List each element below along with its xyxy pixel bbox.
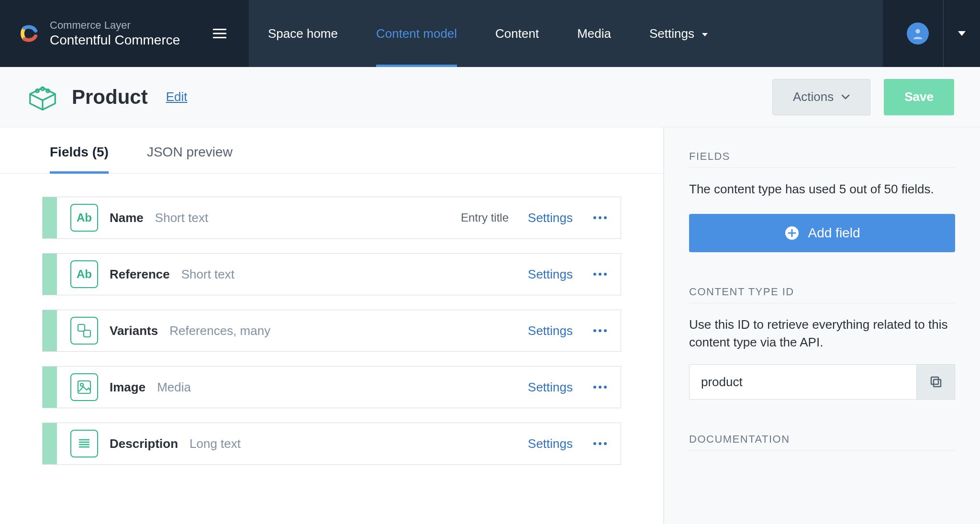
svg-point-16 [80,383,83,386]
svg-rect-11 [84,330,90,337]
account-menu-caret-icon[interactable] [958,31,966,36]
field-type: Media [157,380,191,395]
long-text-icon [70,430,98,457]
space-name: Contentful Commerce [50,32,180,48]
nav-content[interactable]: Content [476,0,558,67]
short-text-icon: Ab [70,260,98,288]
field-more-icon[interactable] [589,385,611,389]
field-more-icon[interactable] [589,329,611,333]
content-type-header: Product Edit Actions Save [0,67,980,127]
field-settings-link[interactable]: Settings [528,323,573,338]
svg-point-5 [599,216,601,219]
documentation-section-label: DOCUMENTATION [689,433,955,451]
svg-point-8 [599,273,601,276]
svg-point-12 [593,329,596,332]
drag-handle[interactable] [43,310,57,351]
divider [943,0,944,67]
plus-circle-icon [784,225,800,241]
primary-nav: Space home Content model Content Media S… [249,0,883,67]
copy-id-button[interactable] [917,364,955,400]
field-settings-link[interactable]: Settings [528,380,573,395]
add-field-button[interactable]: Add field [689,214,955,252]
nav-content-model[interactable]: Content model [357,0,476,67]
field-name: Image [110,380,145,395]
nav-space-home[interactable]: Space home [249,0,357,67]
right-sidebar: FIELDS The content type has used 5 out o… [664,127,980,524]
svg-point-18 [599,386,601,389]
nav-label: Content model [376,26,457,41]
content-type-id-input[interactable] [689,364,917,400]
actions-button[interactable]: Actions [772,79,870,115]
nav-label: Content [495,26,539,41]
svg-point-14 [604,329,607,332]
svg-rect-29 [931,377,938,384]
tab-json-preview[interactable]: JSON preview [147,145,233,173]
field-type: Short text [155,211,208,225]
field-type: Short text [181,267,234,282]
fields-section-label: FIELDS [689,150,955,168]
field-more-icon[interactable] [589,216,611,220]
field-more-icon[interactable] [589,442,611,446]
field-name: Name [110,211,144,225]
entry-title-tag: Entry title [461,211,509,224]
tabs: Fields (5) JSON preview [0,127,663,174]
svg-point-2 [41,87,45,90]
drag-handle[interactable] [43,197,57,238]
save-button[interactable]: Save [884,79,954,115]
nav-label: Space home [268,26,338,41]
chevron-down-icon [701,26,709,41]
svg-point-17 [593,386,596,389]
org-name: Commerce Layer [50,19,180,32]
drag-handle[interactable] [43,254,57,295]
tab-fields[interactable]: Fields (5) [50,145,109,173]
ctid-section-label: CONTENT TYPE ID [689,286,955,303]
brand-logo-icon [17,22,39,45]
field-more-icon[interactable] [589,272,611,276]
field-type: References, many [169,323,270,338]
drag-handle[interactable] [43,423,57,464]
edit-link[interactable]: Edit [166,89,188,104]
svg-point-25 [599,442,601,445]
fields-usage-text: The content type has used 5 out of 50 fi… [689,180,955,199]
svg-point-13 [599,329,601,332]
field-name: Reference [110,267,170,282]
svg-point-7 [593,273,596,276]
short-text-icon: Ab [70,204,98,232]
field-settings-link[interactable]: Settings [528,267,573,282]
ctid-description: Use this ID to retrieve everything relat… [689,316,955,352]
user-avatar[interactable] [907,22,929,45]
content-type-icon [26,80,59,114]
top-navigation: Commerce Layer Contentful Commerce Space… [0,0,980,67]
main-area: Fields (5) JSON preview Ab Name Short te… [0,127,980,524]
brand-block: Commerce Layer Contentful Commerce [0,0,249,67]
copy-icon [929,375,943,389]
nav-label: Settings [649,26,694,41]
field-row: Image Media Settings [42,366,621,408]
add-field-label: Add field [808,225,860,241]
field-row: Ab Reference Short text Settings [42,253,621,295]
field-settings-link[interactable]: Settings [528,211,573,225]
field-row: Description Long text Settings [42,423,621,465]
content-type-title: Product [72,86,148,109]
field-row: Variants References, many Settings [42,310,621,352]
space-menu-icon[interactable] [208,25,232,42]
svg-rect-10 [78,324,85,331]
left-column: Fields (5) JSON preview Ab Name Short te… [0,127,664,524]
nav-label: Media [577,26,611,41]
nav-right [883,0,980,67]
svg-point-9 [604,273,607,276]
media-icon [70,373,98,401]
nav-media[interactable]: Media [558,0,630,67]
svg-point-26 [604,442,607,445]
field-settings-link[interactable]: Settings [528,436,573,451]
drag-handle[interactable] [43,367,57,408]
actions-label: Actions [793,89,834,104]
svg-point-24 [593,442,596,445]
field-type: Long text [189,436,241,451]
svg-rect-28 [934,379,941,387]
svg-point-0 [915,29,920,33]
svg-point-6 [604,216,607,219]
fields-list: Ab Name Short text Entry title Settings … [0,174,663,488]
nav-settings[interactable]: Settings [630,0,728,67]
chevron-down-icon [841,94,850,100]
